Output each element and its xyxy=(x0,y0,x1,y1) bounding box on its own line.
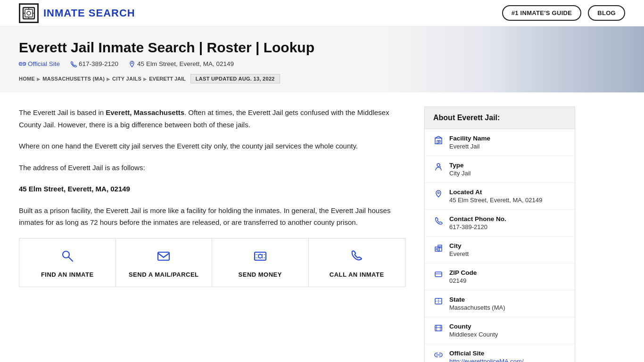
phone-icon xyxy=(70,61,77,67)
facility-name-value: Everett Jail xyxy=(449,143,490,150)
city-content: City Everett xyxy=(449,242,469,257)
header: INMATE SEARCH #1 INMATE'S GUIDE BLOG xyxy=(0,0,644,26)
building-icon xyxy=(433,136,444,147)
location-icon-hero xyxy=(129,61,135,67)
article: The Everett Jail is based in Everett, Ma… xyxy=(19,107,424,362)
svg-rect-20 xyxy=(436,248,437,250)
address-bold: 45 Elm Street, Everett, MA, 02149 xyxy=(19,183,405,195)
type-value: City Jail xyxy=(449,170,471,177)
sidebar: About Everett Jail: Facility Name Everet… xyxy=(424,107,575,362)
sidebar-row-phone: Contact Phone No. 617-389-2120 xyxy=(425,210,575,237)
svg-rect-14 xyxy=(437,140,438,144)
svg-rect-10 xyxy=(158,252,169,260)
svg-rect-26 xyxy=(435,325,442,331)
type-content: Type City Jail xyxy=(449,162,471,177)
logo-icon xyxy=(19,3,39,23)
hero-phone: 617-389-2120 xyxy=(70,60,118,67)
last-updated-badge: LAST UPDATED AUG. 13, 2022 xyxy=(190,74,280,83)
link-icon xyxy=(19,60,26,67)
breadcrumb-home[interactable]: HOME xyxy=(19,76,35,82)
official-site-sidebar-value: http://everettpoliceMA.com/ xyxy=(449,358,524,362)
blog-button[interactable]: BLOG xyxy=(588,5,625,21)
zip-content: ZIP Code 02149 xyxy=(449,269,477,284)
sidebar-box: About Everett Jail: Facility Name Everet… xyxy=(424,107,575,362)
state-content: State Massachusetts (MA) xyxy=(449,296,505,311)
svg-rect-22 xyxy=(440,247,441,248)
svg-rect-1 xyxy=(25,9,33,17)
svg-point-2 xyxy=(27,11,31,15)
send-money-icon xyxy=(253,249,267,266)
zip-value: 02149 xyxy=(449,277,477,284)
paragraph-2: Where on one hand the Everett city jail … xyxy=(19,140,405,152)
zip-icon xyxy=(433,270,444,281)
breadcrumb-city-jails[interactable]: CITY JAILS xyxy=(112,76,141,82)
sidebar-row-state: State Massachusetts (MA) xyxy=(425,290,575,317)
sidebar-row-official-site: Official Site http://everettpoliceMA.com… xyxy=(425,344,575,362)
state-icon xyxy=(433,297,444,308)
sidebar-row-city: City Everett xyxy=(425,237,575,263)
sidebar-row-zip: ZIP Code 02149 xyxy=(425,263,575,290)
county-label: County xyxy=(449,323,498,330)
inmates-guide-button[interactable]: #1 INMATE'S GUIDE xyxy=(502,5,582,21)
main-content: The Everett Jail is based in Everett, Ma… xyxy=(0,92,644,362)
sidebar-row-location: Located At 45 Elm Street, Everett, MA, 0… xyxy=(425,183,575,210)
sidebar-row-type: Type City Jail xyxy=(425,156,575,183)
paragraph-3: The address of Everett Jail is as follow… xyxy=(19,162,405,174)
breadcrumb-current: EVERETT JAIL xyxy=(149,76,186,82)
send-mail-card[interactable]: SEND A MAIL/PARCEL xyxy=(116,239,213,287)
svg-rect-11 xyxy=(255,252,266,260)
state-value: Massachusetts (MA) xyxy=(449,304,505,311)
city-icon xyxy=(433,243,444,254)
location-icon xyxy=(433,189,444,200)
svg-line-9 xyxy=(68,257,73,261)
type-icon xyxy=(433,163,444,173)
svg-point-16 xyxy=(437,164,440,166)
hero-address: 45 Elm Street, Everett, MA, 02149 xyxy=(129,60,234,67)
action-cards: FIND AN INMATE SEND A MAIL/PARCEL SEND M… xyxy=(19,238,405,287)
header-nav: #1 INMATE'S GUIDE BLOG xyxy=(502,5,625,21)
official-site-link[interactable]: Official Site xyxy=(19,60,60,67)
facility-name-label: Facility Name xyxy=(449,135,490,142)
send-mail-icon xyxy=(157,249,171,266)
find-inmate-icon xyxy=(60,249,74,266)
page-title: Everett Jail Inmate Search | Roster | Lo… xyxy=(19,40,625,56)
official-site-sidebar-link[interactable]: http://everettpoliceMA.com/ xyxy=(449,358,524,362)
svg-rect-15 xyxy=(439,140,440,142)
phone-sidebar-icon xyxy=(433,216,444,227)
send-money-card[interactable]: SEND MONEY xyxy=(212,239,309,287)
county-value: Middlesex County xyxy=(449,331,498,338)
svg-point-7 xyxy=(132,62,132,63)
find-inmate-card[interactable]: FIND AN INMATE xyxy=(19,239,116,287)
find-inmate-label: FIND AN INMATE xyxy=(41,271,94,278)
location-content: Located At 45 Elm Street, Everett, MA, 0… xyxy=(449,189,542,204)
type-label: Type xyxy=(449,162,471,169)
breadcrumb-state[interactable]: MASSACHUSETTS (MA) xyxy=(42,76,105,82)
logo-area: INMATE SEARCH xyxy=(19,3,135,23)
facility-name-content: Facility Name Everett Jail xyxy=(449,135,490,150)
zip-label: ZIP Code xyxy=(449,269,477,276)
sidebar-title: About Everett Jail: xyxy=(425,107,575,129)
phone-label: Contact Phone No. xyxy=(449,215,506,222)
breadcrumb: HOME ▶ MASSACHUSETTS (MA) ▶ CITY JAILS ▶… xyxy=(19,74,625,83)
paragraph-4: Built as a prison facility, the Everett … xyxy=(19,205,405,229)
hero-section: Everett Jail Inmate Search | Roster | Lo… xyxy=(0,26,644,92)
svg-point-17 xyxy=(438,192,439,194)
county-icon xyxy=(433,324,444,335)
official-site-content: Official Site http://everettpoliceMA.com… xyxy=(449,350,524,362)
sidebar-row-county: County Middlesex County xyxy=(425,317,575,344)
phone-value: 617-389-2120 xyxy=(449,223,506,230)
hero-meta: Official Site 617-389-2120 45 Elm Street… xyxy=(19,60,625,67)
link-sidebar-icon xyxy=(433,351,444,362)
send-money-label: SEND MONEY xyxy=(239,271,282,278)
sidebar-row-facility-name: Facility Name Everett Jail xyxy=(425,129,575,156)
logo-text: INMATE SEARCH xyxy=(43,7,135,19)
state-label: State xyxy=(449,296,505,303)
official-site-sidebar-label: Official Site xyxy=(449,350,524,357)
send-mail-label: SEND A MAIL/PARCEL xyxy=(129,271,199,278)
call-inmate-label: CALL AN INMATE xyxy=(330,271,384,278)
call-inmate-card[interactable]: CALL AN INMATE xyxy=(309,239,405,287)
svg-rect-23 xyxy=(435,272,442,277)
phone-content: Contact Phone No. 617-389-2120 xyxy=(449,215,506,230)
county-content: County Middlesex County xyxy=(449,323,498,338)
located-at-label: Located At xyxy=(449,189,542,196)
